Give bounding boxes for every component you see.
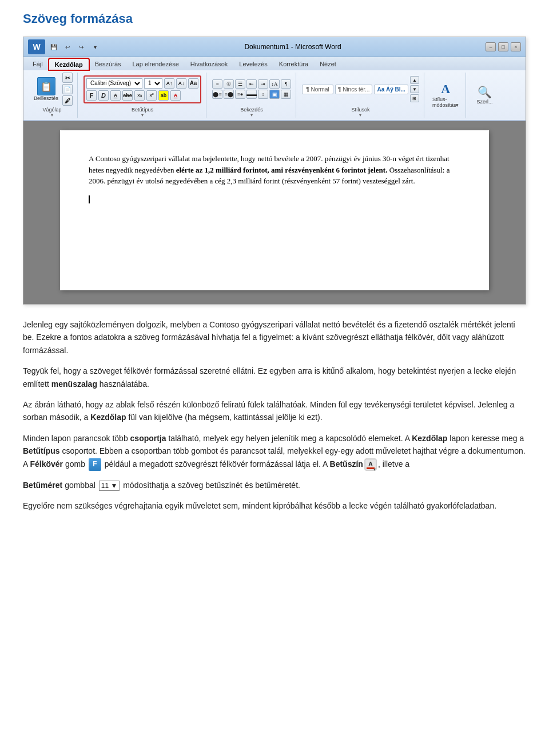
stilusok-group-content: ¶ Normal ¶ Nincs tér... Aa Áÿ Bl... — [302, 73, 419, 106]
bold-betuszin: Betűszín — [330, 459, 363, 469]
maximize-btn[interactable]: □ — [498, 42, 508, 51]
tab-fajl[interactable]: Fájl — [27, 58, 49, 70]
style-more-btn[interactable]: ⊞ — [410, 94, 419, 102]
stilus-modositas-btn[interactable]: A Stílus-módosítás▾ — [430, 81, 462, 109]
body-paragraph-3: Az ábrán látható, hogy az ablak felső ré… — [23, 398, 526, 424]
customize-btn[interactable]: ▾ — [90, 42, 100, 52]
show-formatting-btn[interactable]: ¶ — [281, 79, 291, 89]
stilus-mod-content: A Stílus-módosítás▾ — [430, 73, 462, 117]
szerkesztes-content: 🔍 Szerl... — [474, 73, 495, 117]
sort-btn[interactable]: ↕A — [269, 79, 280, 89]
bekezdés-group: ≡ ① ☰ ⇤ ⇥ ↕A ¶ ⬤≡ ≡⬤ ≡● ▬▬ — [208, 73, 296, 118]
font-name-dropdown[interactable]: Calibri (Szöveg) — [86, 78, 142, 89]
shrink-font-btn[interactable]: A↓ — [176, 78, 186, 89]
bold-betuméret: Betűméret — [23, 481, 62, 490]
change-case-btn[interactable]: Aa — [188, 78, 198, 89]
style-arrows: ▲ ▼ ⊞ — [410, 76, 419, 102]
bold-kezdolap2: Kezdőlap — [412, 434, 447, 443]
szerkesztes-btn[interactable]: 🔍 Szerl... — [474, 84, 495, 106]
doc-cursor — [89, 191, 460, 203]
tab-beszuras[interactable]: Beszúrás — [89, 58, 127, 70]
strikethrough-button[interactable]: abc — [122, 90, 133, 101]
titlebar: W 💾 ↩ ↪ ▾ Dokumentum1 - Microsoft Word –… — [23, 37, 526, 57]
subscript-button[interactable]: x₂ — [134, 90, 145, 101]
increase-indent-btn[interactable]: ⇥ — [258, 79, 268, 89]
body-paragraph-4: Minden lapon parancsok több csoportja ta… — [23, 432, 526, 471]
align-left-btn[interactable]: ⬤≡ — [212, 90, 222, 99]
bullets-btn[interactable]: ≡ — [212, 79, 222, 89]
decrease-indent-btn[interactable]: ⇤ — [246, 79, 257, 89]
vagolap-label: Vágólap — [43, 107, 62, 113]
betutipus-label: Betűtípus — [132, 107, 153, 113]
style-heading1[interactable]: Aa Áÿ Bl... — [374, 85, 408, 94]
body-paragraph-5: Betűméret gombbal 11 ▼ módosíthatja a sz… — [23, 479, 526, 491]
tab-kezdolap[interactable]: Kezdőlap — [49, 58, 89, 70]
paste-label: Beillesztés — [34, 95, 58, 101]
borders-btn[interactable]: ▦ — [281, 90, 291, 99]
betutipus-group: Calibri (Szöveg) 11 A↑ A↓ Aa F D — [79, 73, 206, 118]
font-color-button[interactable]: A — [170, 90, 181, 101]
cut-button[interactable]: ✂ — [62, 73, 73, 83]
justify-btn[interactable]: ▬▬ — [246, 90, 257, 99]
shading-btn[interactable]: ▣ — [269, 90, 280, 99]
minimize-btn[interactable]: – — [486, 42, 496, 51]
underline-button[interactable]: A — [110, 90, 121, 101]
style-down-btn[interactable]: ▼ — [410, 85, 419, 93]
numbering-btn[interactable]: ① — [224, 79, 234, 89]
vagolap-group-content: 📋 Beillesztés ✂ 📄 🖌 — [31, 73, 73, 106]
quick-save-btn[interactable]: 💾 — [49, 42, 59, 52]
svg-text:A: A — [368, 461, 373, 467]
bold-kezdolap: Kezdőlap — [90, 413, 126, 422]
multilevel-btn[interactable]: ☰ — [235, 79, 245, 89]
body-paragraph-6: Egyelőre nem szükséges végrehajtania egy… — [23, 499, 526, 512]
undo-btn[interactable]: ↩ — [62, 42, 73, 52]
close-btn[interactable]: × — [511, 42, 521, 51]
szerkesztes-group: 🔍 Szerl... — [467, 73, 502, 118]
bekezdés-expand[interactable]: ▾ — [250, 113, 253, 118]
vagolap-group: 📋 Beillesztés ✂ 📄 🖌 Vágólap ▾ — [27, 73, 78, 118]
italic-button[interactable]: D — [98, 90, 109, 101]
font-group-box: Calibri (Szöveg) 11 A↑ A↓ Aa F D — [83, 75, 201, 103]
font-format-row: F D A abc x₂ x² ab A — [86, 90, 198, 101]
ribbon: Fájl Kezdőlap Beszúrás Lap elrendezése H… — [23, 57, 526, 121]
style-up-btn[interactable]: ▲ — [410, 76, 419, 84]
stilusok-expand[interactable]: ▾ — [359, 113, 361, 118]
style-no-space[interactable]: ¶ Nincs tér... — [335, 85, 372, 94]
vagolap-expand[interactable]: ▾ — [51, 113, 53, 118]
font-color-inline-icon: A — [364, 458, 377, 471]
style-normal[interactable]: ¶ Normal — [302, 85, 333, 94]
document-area: A Contoso gyógyszeripari vállalat ma bej… — [23, 121, 526, 304]
bold-felkover: Félkövér — [30, 459, 63, 469]
bekezdés-label: Bekezdés — [240, 107, 263, 113]
format-painter-button[interactable]: 🖌 — [62, 95, 73, 106]
grow-font-btn[interactable]: A↑ — [164, 78, 174, 89]
tab-hivatkozasok[interactable]: Hivatkozások — [185, 58, 233, 70]
para-row-2: ⬤≡ ≡⬤ ≡● ▬▬ ↕ ▣ ▦ — [212, 90, 291, 99]
tab-levelezés[interactable]: Levelezés — [233, 58, 273, 70]
font-size-dropdown[interactable]: 11 — [144, 78, 162, 89]
titlebar-controls: – □ × — [486, 42, 521, 51]
doc-paragraph: A Contoso gyógyszeripari vállalat ma bej… — [89, 153, 460, 187]
font-size-inline-display: 11 ▼ — [99, 481, 120, 491]
align-center-btn[interactable]: ≡⬤ — [224, 90, 234, 99]
bold-button[interactable]: F — [86, 90, 97, 101]
text-cursor — [89, 195, 90, 203]
tabs-bar: Fájl Kezdőlap Beszúrás Lap elrendezése H… — [23, 57, 526, 70]
para-group-content: ≡ ① ☰ ⇤ ⇥ ↕A ¶ ⬤≡ ≡⬤ ≡● ▬▬ — [212, 79, 291, 99]
tab-korrektura[interactable]: Korrektúra — [273, 58, 314, 70]
align-right-btn[interactable]: ≡● — [235, 90, 245, 99]
stilusok-label: Stílusok — [351, 107, 369, 113]
redo-btn[interactable]: ↪ — [76, 42, 86, 52]
copy-button[interactable]: 📄 — [62, 84, 73, 94]
highlight-button[interactable]: ab — [158, 90, 169, 101]
superscript-button[interactable]: x² — [146, 90, 157, 101]
window-title: Dokumentum1 - Microsoft Word — [244, 43, 341, 51]
body-content: Jelenleg egy sajtóközleményen dolgozik, … — [23, 318, 526, 513]
tab-lap-elrendezese[interactable]: Lap elrendezése — [127, 58, 185, 70]
paste-button[interactable]: 📋 Beillesztés — [31, 76, 61, 102]
ribbon-content: 📋 Beillesztés ✂ 📄 🖌 Vágólap ▾ — [23, 70, 526, 121]
line-spacing-btn[interactable]: ↕ — [258, 90, 268, 99]
betutipus-expand[interactable]: ▾ — [141, 113, 144, 118]
tab-nezet[interactable]: Nézet — [314, 58, 342, 70]
office-button[interactable]: W — [28, 39, 45, 54]
